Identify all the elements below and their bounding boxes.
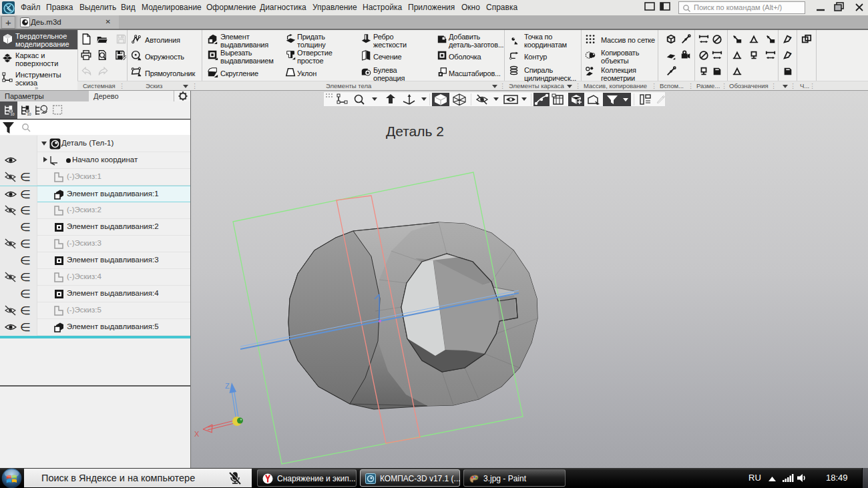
svg-text:Z: Z xyxy=(225,382,230,390)
svg-text:?: ? xyxy=(789,35,792,41)
svg-text:?: ? xyxy=(789,51,792,57)
svg-text:10: 10 xyxy=(27,112,31,116)
svg-text:X: X xyxy=(194,430,200,438)
svg-text:10: 10 xyxy=(10,112,14,116)
